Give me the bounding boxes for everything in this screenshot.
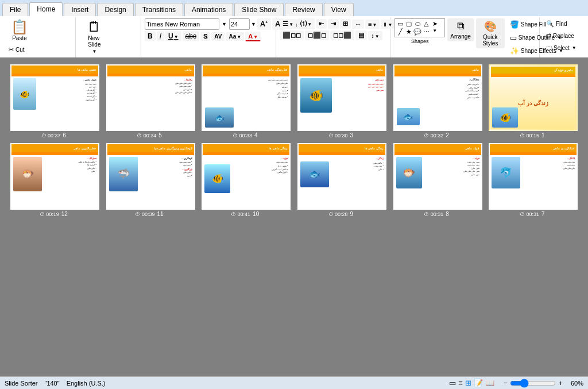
shape-more[interactable]: ⋯ (422, 28, 430, 36)
zoom-out-button[interactable]: − (504, 379, 508, 387)
slide-thumb-10[interactable]: زندگی ماهی ها فواید... متن متن متن • ماه… (202, 143, 291, 210)
increase-font-button[interactable]: A+ (257, 18, 271, 29)
slide-item-7[interactable]: اشکال بدن ماهی اشکال... متن متن متن متن … (488, 143, 579, 217)
slide-thumb-6[interactable]: تنفس ماهی ها تعریف تنفس... متن متن متن م… (10, 64, 99, 131)
slide-thumb-3[interactable]: ماهی متن ماهی متن متن متن متن متن متن مت… (297, 64, 386, 131)
tab-animations[interactable]: Animations (184, 3, 233, 16)
strikethrough-button[interactable]: abc (183, 31, 199, 41)
slide-thumb-5[interactable]: ماهی رفتارها... • متن متن متن متن • متن … (106, 64, 195, 131)
font-color-button[interactable]: A▼ (245, 32, 261, 41)
cut-icon: ✂ (9, 46, 14, 53)
zoom-slider[interactable] (510, 380, 556, 387)
slide-item-5[interactable]: ماهی رفتارها... • متن متن متن متن • متن … (105, 64, 196, 138)
quick-styles-button[interactable]: 🎨 Quick Styles (476, 18, 505, 48)
language-label: English (U.S.) (67, 380, 106, 387)
find-icon: 🔍 (546, 20, 554, 28)
line-spacing-button[interactable]: ↕▼ (368, 31, 382, 40)
slide-number-1: 1 (541, 132, 545, 138)
shape-dropdown[interactable]: ▼ (431, 28, 439, 36)
change-case-button[interactable]: Aa▼ (226, 32, 244, 41)
slide-meta-2: ⏱ 00:32 2 (424, 132, 451, 138)
shape-oval[interactable]: ⬭ (413, 20, 421, 28)
shape-arrow-right[interactable]: ➤ (431, 20, 439, 28)
font-name-dropdown[interactable]: ▼ (222, 21, 227, 27)
status-right: ▭ ≡ ⊞ 📝 📖 − + 60% (449, 379, 583, 387)
new-slide-button[interactable]: 🗒 New Slide ▼ (79, 18, 109, 56)
outline-view-icon[interactable]: ≡ (458, 379, 463, 387)
slide-item-6[interactable]: تنفس ماهی ها تعریف تنفس... متن متن متن م… (9, 64, 100, 138)
slide-thumb-12[interactable]: خطرناکترین ماهی خطرناک... • ماهی مارها ب… (10, 143, 99, 210)
tab-file[interactable]: File (2, 3, 28, 16)
slide-item-12[interactable]: خطرناکترین ماهی خطرناک... • ماهی مارها ب… (9, 143, 100, 217)
slide-thumb-11[interactable]: کوچکترین و بزرگترین ماهی دنیا کوچکترین..… (106, 143, 195, 210)
slide-timer-2: ⏱ 00:32 (424, 133, 443, 138)
slide-number-11: 11 (157, 211, 163, 217)
new-slide-dropdown[interactable]: ▼ (92, 49, 96, 54)
cut-button[interactable]: ✂Cut (6, 44, 57, 55)
find-button[interactable]: 🔍 Find (543, 18, 579, 29)
shape-rect[interactable]: ▭ (396, 20, 404, 28)
tab-review[interactable]: Review (285, 3, 322, 16)
slide-meta-10: ⏱ 00:41 10 (231, 211, 261, 217)
shape-callout[interactable]: 💬 (413, 28, 421, 36)
font-size-input[interactable] (229, 18, 250, 30)
slide-item-8[interactable]: فواید ماهی فواید... متن متن متن متن متن … (392, 143, 483, 217)
tab-home[interactable]: Home (29, 2, 63, 16)
zoom-in-button[interactable]: + (558, 379, 563, 387)
decrease-indent-button[interactable]: ⇤ (316, 19, 327, 29)
slide-item-9[interactable]: زندگی ماهی ها زندگی... • ماهی متن • متن … (296, 143, 388, 217)
shape-triangle[interactable]: △ (422, 20, 430, 28)
arrange-button[interactable]: ⧉ Arrange (447, 18, 474, 41)
font-name-input[interactable] (145, 18, 219, 30)
slide-thumb-8[interactable]: فواید ماهی فواید... متن متن متن متن متن … (393, 143, 482, 210)
reading-view-icon[interactable]: 📖 (485, 379, 494, 387)
slide-item-3[interactable]: ماهی متن ماهی متن متن متن متن متن متن مت… (296, 64, 388, 138)
slide-thumb-2[interactable]: ماهی مطالب: • تعریف ماهی • انواع ماهی • … (393, 64, 482, 131)
slide-meta-1: ⏱ 00:15 1 (520, 132, 547, 138)
underline-dropdown[interactable]: ▼ (174, 34, 179, 40)
font-color-dropdown[interactable]: ▼ (253, 34, 258, 40)
increase-indent-button[interactable]: ⇥ (328, 19, 339, 29)
slide-sorter-icon[interactable]: ⊞ (465, 379, 471, 387)
status-bar: Slide Sorter "140" English (U.S.) ▭ ≡ ⊞ … (0, 376, 588, 389)
italic-button[interactable]: I (157, 31, 164, 41)
bold-button[interactable]: B (145, 31, 156, 41)
align-center-button[interactable]: ◻⬛◻ (305, 30, 329, 40)
select-dropdown[interactable]: ▼ (572, 45, 577, 51)
align-left-button[interactable]: ⬛◻◻ (280, 30, 304, 40)
align-text-button[interactable]: ≡▼ (365, 20, 380, 29)
slide-item-1[interactable]: ماهی و فواید آن زندگی در آب 🐠 ⏱ 00:15 1 (488, 64, 579, 138)
font-size-dropdown[interactable]: ▼ (251, 21, 256, 27)
tab-insert[interactable]: Insert (64, 3, 96, 16)
align-right-button[interactable]: ◻◻⬛ (330, 30, 354, 40)
tab-design[interactable]: Design (97, 3, 133, 16)
smart-art-button[interactable]: ⊞ (340, 19, 351, 29)
underline-button[interactable]: U▼ (165, 31, 181, 41)
shape-star[interactable]: ★ (405, 28, 413, 36)
replace-button[interactable]: ⇄ Replace (543, 30, 579, 41)
shadow-button[interactable]: S (200, 32, 210, 41)
normal-view-icon[interactable]: ▭ (449, 379, 456, 387)
tab-transitions[interactable]: Transitions (135, 3, 183, 16)
justify-button[interactable]: ▤ (355, 30, 367, 40)
shape-round-rect[interactable]: ▢ (405, 20, 413, 28)
slide-item-2[interactable]: ماهی مطالب: • تعریف ماهی • انواع ماهی • … (392, 64, 483, 138)
slide-item-11[interactable]: کوچکترین و بزرگترین ماهی دنیا کوچکترین..… (105, 143, 196, 217)
slide-thumb-7[interactable]: اشکال بدن ماهی اشکال... متن متن متن متن … (489, 143, 578, 210)
shape-line[interactable]: ╱ (396, 28, 404, 36)
slide-item-10[interactable]: زندگی ماهی ها فواید... متن متن متن • ماه… (200, 143, 292, 217)
slide-thumb-1[interactable]: ماهی و فواید آن زندگی در آب 🐠 (489, 64, 578, 131)
select-button[interactable]: ⬚ Select ▼ (543, 43, 579, 53)
slide-item-4[interactable]: فعل زندگی ماهی متن متن متن متن متن متن م… (200, 64, 292, 138)
tab-slideshow[interactable]: Slide Show (234, 3, 284, 16)
bullets-button[interactable]: ☰▼ (280, 19, 296, 29)
text-direction-button[interactable]: ↔ (352, 20, 364, 29)
slide-number-3: 3 (350, 132, 354, 138)
notes-page-icon[interactable]: 📝 (474, 379, 483, 387)
tab-view[interactable]: View (324, 3, 354, 16)
slide-thumb-4[interactable]: فعل زندگی ماهی متن متن متن متن متن متن م… (202, 64, 291, 131)
slide-thumb-9[interactable]: زندگی ماهی ها زندگی... • ماهی متن • متن … (297, 143, 386, 210)
char-spacing-button[interactable]: AV (211, 32, 225, 41)
numbering-button[interactable]: ⑴▼ (297, 18, 315, 29)
paste-button[interactable]: 📋 Paste (6, 18, 33, 43)
